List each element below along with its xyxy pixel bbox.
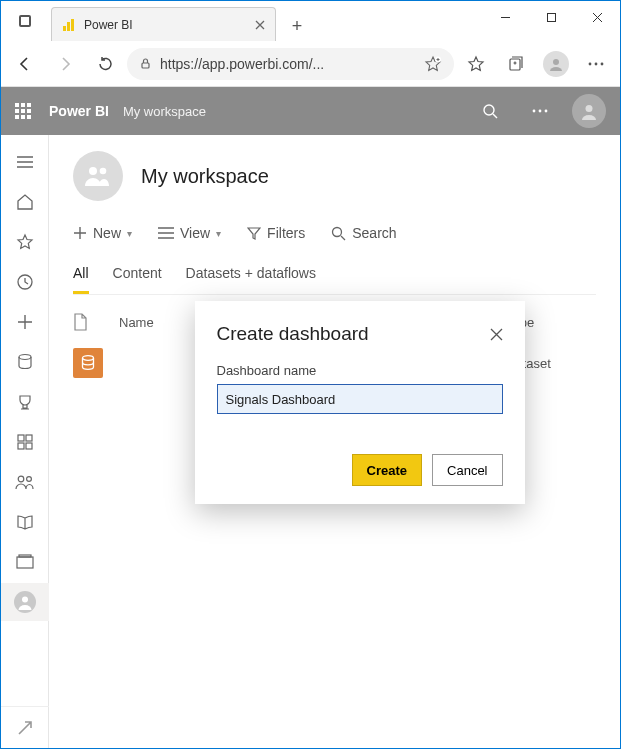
back-button[interactable] <box>7 46 43 82</box>
svg-point-25 <box>26 477 31 482</box>
svg-rect-23 <box>26 443 32 449</box>
lock-icon <box>139 57 152 70</box>
window-titlebar: Power BI + <box>1 1 620 41</box>
svg-point-13 <box>484 105 494 115</box>
learn-icon[interactable] <box>1 503 49 541</box>
dialog-backdrop: Create dashboard Dashboard name Create C… <box>49 135 620 748</box>
app-header: Power BI My workspace <box>1 87 620 135</box>
hamburger-icon[interactable] <box>1 143 49 181</box>
left-nav-rail <box>1 135 49 748</box>
forward-button[interactable] <box>47 46 83 82</box>
svg-rect-2 <box>63 26 66 31</box>
window-maximize-button[interactable] <box>528 1 574 33</box>
create-dashboard-dialog: Create dashboard Dashboard name Create C… <box>195 301 525 504</box>
apps-icon[interactable] <box>1 423 49 461</box>
tab-title: Power BI <box>84 18 247 32</box>
svg-point-24 <box>18 476 24 482</box>
brand-text: Power BI <box>49 103 109 119</box>
edge-app-icon <box>9 1 41 41</box>
user-avatar[interactable] <box>572 94 606 128</box>
create-icon[interactable] <box>1 303 49 341</box>
svg-rect-27 <box>19 555 31 557</box>
create-button[interactable]: Create <box>352 454 422 486</box>
workspaces-icon[interactable] <box>1 543 49 581</box>
svg-point-14 <box>533 110 536 113</box>
header-search-icon[interactable] <box>472 93 508 129</box>
svg-point-12 <box>601 62 604 65</box>
breadcrumb[interactable]: My workspace <box>123 104 206 119</box>
window-close-button[interactable] <box>574 1 620 33</box>
favorites-icon[interactable] <box>1 223 49 261</box>
svg-point-17 <box>586 105 593 112</box>
get-data-icon[interactable] <box>1 706 49 748</box>
svg-point-11 <box>595 62 598 65</box>
app-launcher-icon[interactable] <box>15 103 35 119</box>
close-icon[interactable] <box>490 328 503 341</box>
svg-rect-6 <box>142 63 149 68</box>
shared-icon[interactable] <box>1 463 49 501</box>
favorites-button[interactable] <box>458 46 494 82</box>
new-tab-button[interactable]: + <box>282 11 312 41</box>
recent-icon[interactable] <box>1 263 49 301</box>
svg-rect-20 <box>18 435 24 441</box>
dashboard-name-input[interactable] <box>217 384 503 414</box>
refresh-button[interactable] <box>87 46 123 82</box>
powerbi-favicon <box>62 18 76 32</box>
svg-point-16 <box>545 110 548 113</box>
field-label: Dashboard name <box>217 363 503 378</box>
svg-rect-21 <box>26 435 32 441</box>
svg-rect-26 <box>17 557 33 568</box>
svg-point-29 <box>22 597 28 603</box>
svg-point-9 <box>553 59 559 65</box>
close-tab-icon[interactable] <box>255 20 265 30</box>
window-minimize-button[interactable] <box>482 1 528 33</box>
my-workspace-icon[interactable] <box>1 583 49 621</box>
datasets-icon[interactable] <box>1 343 49 381</box>
svg-point-15 <box>539 110 542 113</box>
svg-rect-22 <box>18 443 24 449</box>
svg-rect-1 <box>21 17 29 25</box>
more-button[interactable] <box>578 46 614 82</box>
svg-rect-5 <box>547 13 555 21</box>
home-icon[interactable] <box>1 183 49 221</box>
svg-rect-3 <box>67 22 70 31</box>
address-bar[interactable]: https://app.powerbi.com/... <box>127 48 454 80</box>
profile-button[interactable] <box>538 46 574 82</box>
dialog-title: Create dashboard <box>217 323 369 345</box>
url-text: https://app.powerbi.com/... <box>160 56 416 72</box>
svg-point-10 <box>589 62 592 65</box>
svg-rect-4 <box>71 19 74 31</box>
svg-point-19 <box>19 355 31 360</box>
browser-tab[interactable]: Power BI <box>51 7 276 41</box>
goals-icon[interactable] <box>1 383 49 421</box>
browser-toolbar: https://app.powerbi.com/... <box>1 41 620 87</box>
main-content: My workspace New ▾ View ▾ Filters Search <box>49 135 620 748</box>
collections-button[interactable] <box>498 46 534 82</box>
add-favorite-icon[interactable] <box>424 55 442 73</box>
cancel-button[interactable]: Cancel <box>432 454 502 486</box>
header-more-icon[interactable] <box>522 93 558 129</box>
